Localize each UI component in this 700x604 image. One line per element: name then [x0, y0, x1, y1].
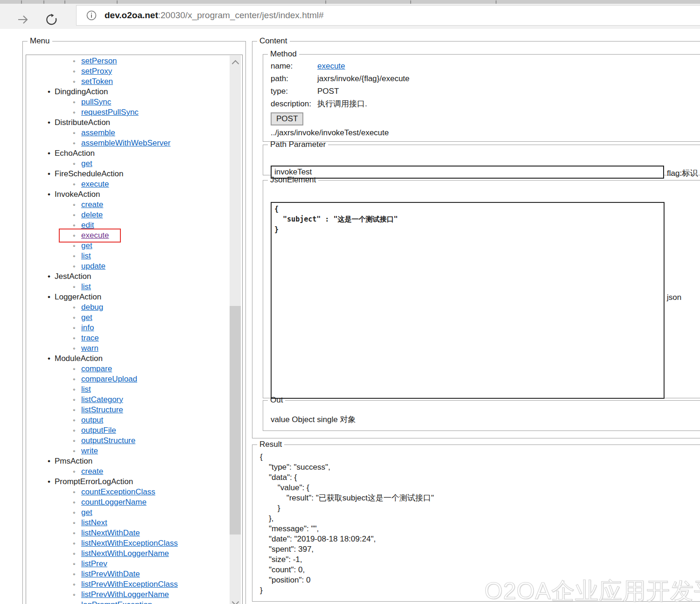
menu-link-item: get	[26, 241, 242, 251]
menu-link-item: update	[26, 261, 242, 271]
menu-link-item: pullSync	[26, 97, 242, 107]
menu-link[interactable]: create	[81, 200, 103, 209]
url-text[interactable]: dev.o2oa.net:20030/x_program_center/jest…	[105, 10, 324, 21]
scroll-down-button[interactable]	[232, 598, 239, 604]
menu-link[interactable]: compareUpload	[81, 375, 137, 383]
menu-link[interactable]: get	[81, 508, 92, 517]
tab-separator	[117, 0, 118, 4]
menu-link[interactable]: output	[81, 416, 103, 424]
tab-separator	[410, 0, 411, 4]
menu-link-item: listPrev	[26, 559, 242, 569]
json-param-label: json	[667, 293, 681, 302]
menu-link-item: write	[26, 446, 242, 456]
method-path-label: path:	[271, 72, 317, 85]
menu-link[interactable]: setPerson	[81, 56, 117, 65]
menu-link[interactable]: listNext	[81, 518, 107, 527]
path-parameter-legend: Path Parameter	[268, 140, 328, 149]
menu-link[interactable]: countExceptionClass	[81, 487, 155, 496]
menu-link-item: assemble	[26, 128, 242, 138]
menu-link-item: listNext	[26, 518, 242, 528]
menu-link[interactable]: requestPullSync	[81, 108, 139, 117]
address-bar[interactable]: dev.o2oa.net:20030/x_program_center/jest…	[76, 5, 700, 26]
menu-link[interactable]: listCategory	[81, 395, 123, 404]
menu-link-item: compareUpload	[26, 374, 242, 384]
menu-group: FireScheduleAction	[26, 169, 242, 179]
menu-link[interactable]: listNextWithLoggerName	[81, 549, 169, 558]
menu-link[interactable]: edit	[81, 221, 94, 229]
scroll-up-button[interactable]	[232, 60, 239, 68]
menu-link-item: listNextWithLoggerName	[26, 548, 242, 559]
method-description-label: description:	[271, 97, 317, 110]
post-button[interactable]: POST	[271, 112, 303, 125]
menu-link-item: setProxy	[26, 66, 242, 76]
menu-link[interactable]: trace	[81, 333, 99, 342]
menu-link[interactable]: setToken	[81, 77, 113, 86]
menu-link[interactable]: list	[81, 385, 91, 394]
menu-link[interactable]: execute	[81, 231, 109, 240]
menu-link-item: outputFile	[26, 425, 242, 436]
menu-link[interactable]: listStructure	[81, 405, 123, 414]
menu-group: PmsAction	[26, 456, 242, 466]
menu-link-item: list	[26, 282, 242, 292]
browser-tab-strip[interactable]	[0, 0, 700, 4]
menu-scrollbar[interactable]	[230, 56, 241, 604]
menu-link[interactable]: debug	[81, 303, 103, 312]
menu-link-item: listNextWithDate	[26, 528, 242, 538]
menu-link[interactable]: get	[81, 159, 92, 168]
menu-link-item: get	[26, 159, 242, 169]
menu-link[interactable]: listPrevWithExceptionClass	[81, 580, 178, 589]
menu-link[interactable]: write	[81, 446, 98, 455]
info-icon[interactable]	[86, 10, 97, 21]
menu-link[interactable]: outputStructure	[81, 436, 135, 445]
scrollbar-thumb[interactable]	[230, 306, 241, 535]
method-name-link[interactable]: execute	[317, 62, 345, 70]
menu-link[interactable]: listPrevWithLoggerName	[81, 590, 169, 599]
menu-link[interactable]: pullSync	[81, 97, 111, 106]
o2oa-watermark: O2OA企业应用开发平台	[484, 576, 700, 604]
menu-link-item: list	[26, 384, 242, 395]
menu-link[interactable]: delete	[81, 210, 103, 219]
forward-icon[interactable]	[16, 13, 29, 26]
menu-link-item: assembleWithWebServer	[26, 138, 242, 148]
json-body-textarea[interactable]: { "subject" : "这是一个测试接口" }	[271, 202, 665, 399]
menu-link[interactable]: compare	[81, 364, 112, 373]
menu-link-item: edit	[26, 220, 242, 230]
menu-link[interactable]: listPrev	[81, 559, 107, 568]
menu-legend: Menu	[28, 36, 52, 46]
json-element-legend: JsonElement	[268, 175, 318, 185]
menu-link[interactable]: create	[81, 467, 103, 476]
menu-link[interactable]: outputFile	[81, 426, 116, 435]
tab-separator	[325, 0, 326, 4]
menu-link-item: listCategory	[26, 395, 242, 405]
menu-group: PromptErrorLogAction	[26, 477, 242, 487]
menu-link[interactable]: assembleWithWebServer	[81, 139, 170, 147]
menu-link[interactable]: update	[81, 262, 105, 271]
menu-link[interactable]: countLoggerName	[81, 498, 147, 507]
menu-link[interactable]: assemble	[81, 128, 115, 137]
menu-link-item: logPromptException	[26, 600, 242, 604]
menu-link-item: get	[26, 507, 242, 518]
content-legend: Content	[257, 36, 290, 46]
menu-link[interactable]: get	[81, 313, 92, 322]
menu-link[interactable]: setProxy	[81, 67, 112, 76]
menu-link-item: list	[26, 251, 242, 261]
menu-link[interactable]: execute	[81, 180, 109, 188]
method-row-name: name:execute	[271, 60, 700, 72]
menu-link[interactable]: listPrevWithDate	[81, 569, 140, 578]
result-legend: Result	[257, 440, 284, 449]
menu-link[interactable]: info	[81, 323, 94, 332]
method-row-type: type:POST	[271, 85, 700, 97]
refresh-icon[interactable]	[45, 13, 58, 26]
menu-link-item: setPerson	[26, 56, 242, 66]
menu-link[interactable]: list	[81, 282, 91, 291]
menu-link[interactable]: listNextWithExceptionClass	[81, 539, 178, 548]
menu-link[interactable]: list	[81, 251, 91, 260]
menu-link-item: delete	[26, 210, 242, 220]
menu-link-item: execute	[26, 230, 242, 241]
menu-link-item: listPrevWithExceptionClass	[26, 579, 242, 590]
menu-link-item: countExceptionClass	[26, 487, 242, 497]
menu-link[interactable]: logPromptException	[81, 600, 152, 604]
menu-link[interactable]: listNextWithDate	[81, 528, 140, 537]
menu-link[interactable]: get	[81, 241, 92, 250]
menu-link[interactable]: warn	[81, 344, 98, 353]
